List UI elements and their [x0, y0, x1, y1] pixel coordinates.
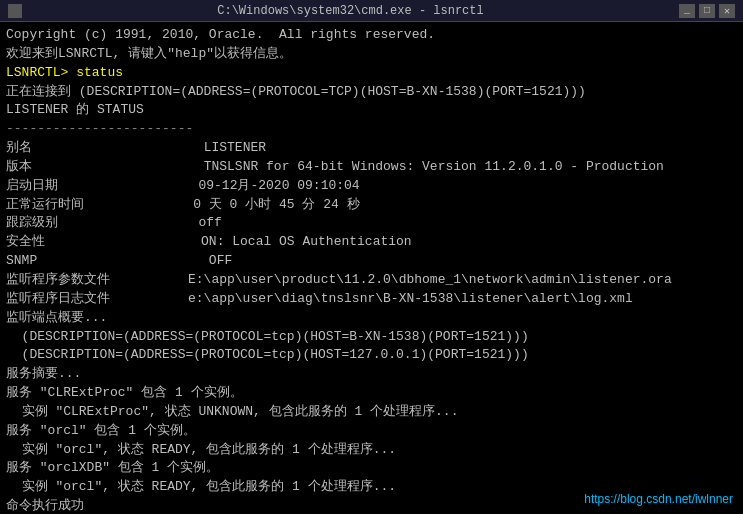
terminal-line: ------------------------ [6, 120, 737, 139]
title-bar: C:\Windows\system32\cmd.exe - lsnrctl _ … [0, 0, 743, 22]
terminal-line: 服务摘要... [6, 365, 737, 384]
terminal-line: SNMP OFF [6, 252, 737, 271]
terminal-line: 别名 LISTENER [6, 139, 737, 158]
terminal-line: LSNRCTL> status [6, 64, 737, 83]
terminal-line: (DESCRIPTION=(ADDRESS=(PROTOCOL=tcp)(HOS… [6, 328, 737, 347]
terminal-line: 启动日期 09-12月-2020 09:10:04 [6, 177, 737, 196]
terminal-line: 服务 "orcl" 包含 1 个实例。 [6, 422, 737, 441]
terminal-line: 版本 TNSLSNR for 64-bit Windows: Version 1… [6, 158, 737, 177]
terminal-line: 监听程序日志文件 e:\app\user\diag\tnslsnr\B-XN-1… [6, 290, 737, 309]
terminal-line: (DESCRIPTION=(ADDRESS=(PROTOCOL=tcp)(HOS… [6, 346, 737, 365]
terminal-line: 监听端点概要... [6, 309, 737, 328]
maximize-button[interactable]: □ [699, 4, 715, 18]
terminal-line: 正常运行时间 0 天 0 小时 45 分 24 秒 [6, 196, 737, 215]
terminal-line: Copyright (c) 1991, 2010, Oracle. All ri… [6, 26, 737, 45]
terminal-line: 监听程序参数文件 E:\app\user\product\11.2.0\dbho… [6, 271, 737, 290]
terminal-line: 正在连接到 (DESCRIPTION=(ADDRESS=(PROTOCOL=TC… [6, 83, 737, 102]
title-bar-text: C:\Windows\system32\cmd.exe - lsnrctl [28, 4, 673, 18]
cmd-icon [8, 4, 22, 18]
terminal-line: 安全性 ON: Local OS Authentication [6, 233, 737, 252]
terminal-content: Copyright (c) 1991, 2010, Oracle. All ri… [0, 22, 743, 514]
terminal-line: 实例 "CLRExtProc", 状态 UNKNOWN, 包含此服务的 1 个处… [6, 403, 737, 422]
minimize-button[interactable]: _ [679, 4, 695, 18]
terminal-line: 服务 "orclXDB" 包含 1 个实例。 [6, 459, 737, 478]
terminal-line: 服务 "CLRExtProc" 包含 1 个实例。 [6, 384, 737, 403]
terminal-line: 欢迎来到LSNRCTL, 请键入"help"以获得信息。 [6, 45, 737, 64]
terminal-line: 实例 "orcl", 状态 READY, 包含此服务的 1 个处理程序... [6, 441, 737, 460]
terminal-line: LISTENER 的 STATUS [6, 101, 737, 120]
close-button[interactable]: ✕ [719, 4, 735, 18]
terminal-line: 跟踪级别 off [6, 214, 737, 233]
watermark: https://blog.csdn.net/iwlnner [584, 492, 733, 506]
